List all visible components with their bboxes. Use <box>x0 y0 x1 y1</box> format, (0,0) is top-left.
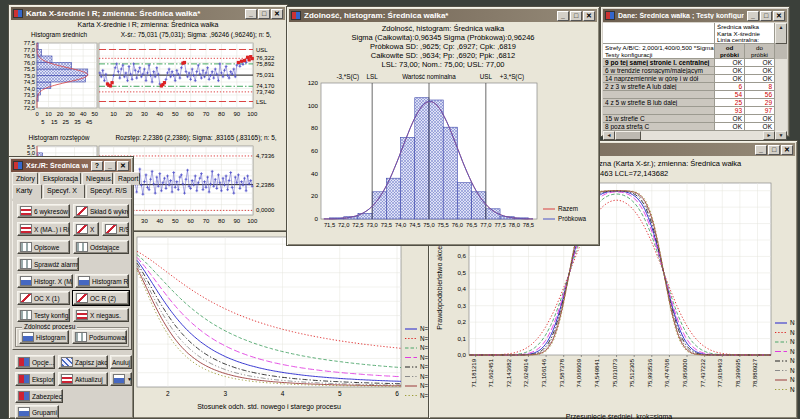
explore-button[interactable]: Eksploruj... <box>15 372 55 386</box>
test-value-cell[interactable]: 6 <box>715 83 745 91</box>
col-header-od[interactable]: od próbki <box>715 44 745 59</box>
test-value-cell[interactable]: OK <box>715 123 745 131</box>
test-value-cell[interactable]: 8 <box>745 83 775 91</box>
x-tick-label: 74,0 <box>395 222 406 228</box>
outliers-button[interactable]: Odstające <box>73 240 129 254</box>
test-value-cell[interactable]: OK <box>715 115 745 123</box>
test-label-cell[interactable]: 8 poza strefą C <box>603 123 715 131</box>
close-icon[interactable]: ✕ <box>781 145 793 155</box>
vscroll-track[interactable] <box>775 83 787 91</box>
capability-histogram-button[interactable]: Histogram <box>19 330 69 344</box>
test-value-cell[interactable]: 97 <box>745 107 775 115</box>
test-value-cell[interactable]: 29 <box>745 99 775 107</box>
test-label-cell[interactable] <box>603 91 715 99</box>
close-icon[interactable]: ✕ <box>773 11 785 21</box>
test-label-cell[interactable]: 6 w trendzie rosnącym/malejącym <box>603 67 715 75</box>
vscroll-track[interactable] <box>775 107 787 115</box>
test-value-cell[interactable]: OK <box>745 123 775 131</box>
x-chart-button[interactable]: X <box>73 222 99 236</box>
gallery-icon <box>113 374 125 384</box>
test-label-cell[interactable]: 15 w strefie C <box>603 115 715 123</box>
vscroll-thumb[interactable] <box>775 44 787 59</box>
test-value-cell[interactable]: OK <box>745 59 775 67</box>
test-label-cell[interactable]: 4 z 5 w strefie B lub dalej <box>603 99 715 107</box>
dialog-titlebar[interactable]: Xśr./R: Średnica wałka: Arkusz9 ? _ ✕ <box>11 159 131 172</box>
tests-row-header[interactable]: Strefy A/B/C: 2,000/1,400/0,500 *Sigma T… <box>603 44 715 59</box>
x-tick-label: 74,549841 <box>594 358 600 387</box>
vscroll-track[interactable] <box>775 67 787 75</box>
close-icon[interactable]: ✕ <box>271 9 283 19</box>
vscroll-track[interactable] <box>775 115 787 123</box>
maximize-icon[interactable]: □ <box>258 9 270 19</box>
vscroll-track[interactable] <box>775 91 787 99</box>
close-icon[interactable]: ✕ <box>583 11 595 21</box>
six-charts-button[interactable]: 6 wykresów <box>17 204 70 218</box>
window-title: Dane: Średnica wałka ; Testy konfiguracj… <box>618 12 744 19</box>
histogram-rs-button[interactable]: Histogram R/S <box>75 274 129 288</box>
test-label-cell[interactable]: 2 z 3 w strefie A lub dalej <box>603 83 715 91</box>
test-value-cell[interactable]: OK <box>745 75 775 83</box>
test-label-cell[interactable]: 14 naprzemiennie w górę i w dół <box>603 75 715 83</box>
rs-chart-button[interactable]: R/S <box>102 222 129 236</box>
gallery-dropdown-button[interactable]: ▼ <box>110 372 132 386</box>
histogram-x-button[interactable]: Histogr. X (MA..) <box>17 274 73 288</box>
capability-titlebar[interactable]: Zdolność, histogram: Średnica wałka* _ □… <box>289 9 597 22</box>
minimize-icon[interactable]: _ <box>245 9 257 19</box>
tab-karty[interactable]: Karty <box>12 184 42 199</box>
corner-header[interactable]: Średnica wałka Karta X-średnie Linia cen… <box>715 23 775 44</box>
check-alarms-button[interactable]: Sprawdź alarmy <box>17 257 79 271</box>
tests-titlebar[interactable]: Dane: Średnica wałka ; Testy konfiguracj… <box>603 9 787 22</box>
composite-six-button[interactable]: Skład 6 wykres. <box>73 204 129 218</box>
test-value-cell[interactable]: OK <box>715 59 745 67</box>
groups-button[interactable]: Grupami <box>15 405 59 419</box>
test-label-cell[interactable] <box>603 107 715 115</box>
test-label-cell[interactable]: 9 po tej samej stronie l. centralnej <box>603 59 715 67</box>
tab-specyf-x[interactable]: Specyf. X <box>43 184 85 199</box>
scroll-down-icon[interactable]: ▼ <box>775 131 787 140</box>
test-value-cell[interactable]: OK <box>745 67 775 75</box>
descriptive-button[interactable]: Opisowe <box>17 240 70 254</box>
capability-summary-button[interactable]: Podsumowanie <box>72 330 127 344</box>
test-value-cell[interactable]: OK <box>715 67 745 75</box>
maximize-icon[interactable]: □ <box>570 11 582 21</box>
options-button[interactable]: Opcje... <box>15 355 55 369</box>
corner-cell[interactable] <box>603 23 715 44</box>
x-ma-rs-button[interactable]: X (MA..) i R/S <box>17 222 70 236</box>
vscroll-track[interactable] <box>775 75 787 83</box>
save-as-button[interactable]: Zapisz jako... <box>58 355 108 369</box>
test-value-cell[interactable]: 25 <box>715 99 745 107</box>
scroll-left-icon[interactable]: ◄ <box>603 131 615 140</box>
col-header-do[interactable]: do próbki <box>745 44 775 59</box>
x-tick-label: 77,437232 <box>700 358 706 387</box>
vscroll-track[interactable] <box>775 99 787 107</box>
maximize-icon[interactable]: □ <box>760 11 772 21</box>
oc-x-button[interactable]: OC X (1) <box>17 291 70 305</box>
update-button[interactable]: Aktualizuj <box>58 372 108 386</box>
minimize-icon[interactable]: _ <box>557 11 569 21</box>
scroll-right-icon[interactable]: ► <box>763 131 775 140</box>
test-value-cell[interactable]: OK <box>745 115 775 123</box>
vscroll-track[interactable] <box>775 59 787 67</box>
test-value-cell[interactable]: 93 <box>715 107 745 115</box>
minimize-icon[interactable]: _ <box>747 11 759 21</box>
config-tests-button[interactable]: Testy konfig. <box>17 308 70 322</box>
vscroll-track[interactable] <box>775 123 787 131</box>
minimize-icon[interactable]: _ <box>755 145 767 155</box>
cancel-button[interactable]: Anuluj <box>110 355 132 369</box>
oc-r-button[interactable]: OC R (2) <box>73 291 129 305</box>
close-icon[interactable]: ✕ <box>117 161 129 171</box>
test-value-cell[interactable]: OK <box>715 75 745 83</box>
hscroll-thumb[interactable] <box>615 131 641 140</box>
hscroll-track[interactable] <box>641 131 763 140</box>
minimize-icon[interactable]: _ <box>104 161 116 171</box>
scroll-up-icon[interactable]: ▲ <box>775 23 787 44</box>
test-value-cell[interactable]: 54 <box>715 91 745 99</box>
test-value-cell[interactable]: 56 <box>745 91 775 99</box>
maximize-icon[interactable]: □ <box>768 145 780 155</box>
help-icon[interactable]: ? <box>91 161 103 171</box>
x-tick-label: 10 <box>45 111 51 117</box>
tab-specyf-rs[interactable]: Specyf. R/S <box>86 184 132 199</box>
x-nongauss-button[interactable]: X niegaus. <box>73 308 129 322</box>
xbar-titlebar[interactable]: Karta X-średnie i R; zmienna: Średnica w… <box>11 7 285 20</box>
protect-button[interactable]: Zabezpiecz <box>15 389 63 403</box>
